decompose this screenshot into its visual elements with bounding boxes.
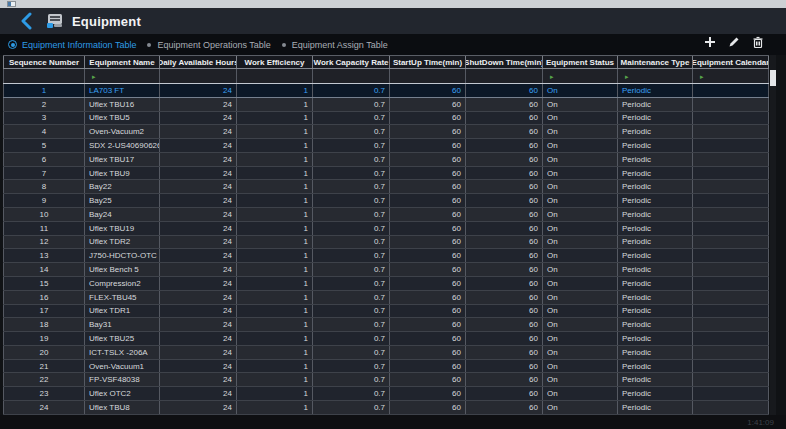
table-row[interactable]: 21Oven-Vacuum12410.76060OnPeriodic bbox=[3, 360, 769, 374]
column-header-work_capacity_rate[interactable]: Work Capacity Rate bbox=[313, 56, 390, 68]
cell-sequence_number: 9 bbox=[3, 194, 85, 207]
cell-startup_time: 60 bbox=[390, 222, 466, 235]
filter-cell-startup_time[interactable] bbox=[390, 69, 466, 83]
cell-daily_available_hours: 24 bbox=[160, 305, 237, 318]
cell-equipment_calendar bbox=[693, 373, 769, 386]
cell-startup_time: 60 bbox=[390, 139, 466, 152]
cell-equipment_status: On bbox=[543, 208, 618, 221]
cell-equipment_name: Uflex TBU25 bbox=[85, 332, 160, 345]
cell-equipment_calendar bbox=[693, 125, 769, 138]
filter-cell-maintenance_type[interactable]: ▸ bbox=[618, 69, 693, 83]
filter-cell-equipment_name[interactable]: ▸ bbox=[85, 69, 160, 83]
cell-shutdown_time: 60 bbox=[466, 360, 543, 373]
column-header-shutdown_time[interactable]: ShutDown Time(min) bbox=[466, 56, 543, 68]
tab-equipment-operations-table[interactable]: Equipment Operations Table bbox=[136, 40, 270, 50]
table-row[interactable]: 2Uflex TBU162410.76060OnPeriodic bbox=[3, 98, 769, 112]
delete-button[interactable] bbox=[751, 35, 764, 48]
cell-work_efficiency: 1 bbox=[237, 112, 313, 125]
table-row[interactable]: 1LA703 FT2410.76060OnPeriodic bbox=[3, 84, 769, 98]
tab-equipment-information-table[interactable]: Equipment Information Table bbox=[0, 40, 136, 50]
cell-equipment_name: Bay22 bbox=[85, 180, 160, 193]
cell-maintenance_type: Periodic bbox=[618, 360, 693, 373]
vertical-scrollbar[interactable] bbox=[770, 55, 776, 415]
cell-daily_available_hours: 24 bbox=[160, 98, 237, 111]
cell-daily_available_hours: 24 bbox=[160, 153, 237, 166]
cell-work_efficiency: 1 bbox=[237, 98, 313, 111]
cell-work_capacity_rate: 0.7 bbox=[313, 277, 390, 290]
filter-cell-sequence_number[interactable] bbox=[3, 69, 85, 83]
cell-daily_available_hours: 24 bbox=[160, 112, 237, 125]
cell-equipment_status: On bbox=[543, 98, 618, 111]
table-row[interactable]: 6Uflex TBU172410.76060OnPeriodic bbox=[3, 153, 769, 167]
table-row[interactable]: 11Uflex TBU192410.76060OnPeriodic bbox=[3, 222, 769, 236]
bullet-icon bbox=[282, 43, 286, 47]
column-header-equipment_name[interactable]: Equipment Name bbox=[85, 56, 160, 68]
filter-cell-work_capacity_rate[interactable] bbox=[313, 69, 390, 83]
column-header-equipment_calendar[interactable]: Equipment Calendar bbox=[693, 56, 769, 68]
table-row[interactable]: 8Bay222410.76060OnPeriodic bbox=[3, 180, 769, 194]
tab-equipment-assign-table[interactable]: Equipment Assign Table bbox=[271, 40, 388, 50]
cell-startup_time: 60 bbox=[390, 360, 466, 373]
cell-work_capacity_rate: 0.7 bbox=[313, 153, 390, 166]
table-row[interactable]: 24Uflex TBU82410.76060OnPeriodic bbox=[3, 401, 769, 415]
filter-cell-daily_available_hours[interactable] bbox=[160, 69, 237, 83]
cell-equipment_calendar bbox=[693, 305, 769, 318]
cell-equipment_calendar bbox=[693, 360, 769, 373]
cell-startup_time: 60 bbox=[390, 84, 466, 97]
filter-cell-work_efficiency[interactable] bbox=[237, 69, 313, 83]
cell-shutdown_time: 60 bbox=[466, 236, 543, 249]
cell-sequence_number: 24 bbox=[3, 401, 85, 414]
filter-cell-equipment_status[interactable]: ▸ bbox=[543, 69, 618, 83]
tab-label: Equipment Operations Table bbox=[157, 40, 270, 50]
table-row[interactable]: 7Uflex TBU92410.76060OnPeriodic bbox=[3, 167, 769, 181]
back-button[interactable] bbox=[19, 11, 35, 31]
table-row[interactable]: 20ICT-TSLX -206A2410.76060OnPeriodic bbox=[3, 346, 769, 360]
cell-work_capacity_rate: 0.7 bbox=[313, 125, 390, 138]
column-header-equipment_status[interactable]: Equipment Status bbox=[543, 56, 618, 68]
cell-work_capacity_rate: 0.7 bbox=[313, 387, 390, 400]
cell-startup_time: 60 bbox=[390, 249, 466, 262]
column-header-daily_available_hours[interactable]: Daily Available Hours bbox=[160, 56, 237, 68]
column-header-sequence_number[interactable]: Sequence Number bbox=[3, 56, 85, 68]
table-row[interactable]: 16FLEX-TBU452410.76060OnPeriodic bbox=[3, 291, 769, 305]
column-header-startup_time[interactable]: StartUp Time(min) bbox=[390, 56, 466, 68]
table-row[interactable]: 5SDX 2-US406906262410.76060OnPeriodic bbox=[3, 139, 769, 153]
table-row[interactable]: 13J750-HDCTO-OTC2410.76060OnPeriodic bbox=[3, 249, 769, 263]
cell-maintenance_type: Periodic bbox=[618, 153, 693, 166]
equipment-machine-icon bbox=[45, 11, 65, 31]
cell-equipment_calendar bbox=[693, 291, 769, 304]
cell-equipment_status: On bbox=[543, 236, 618, 249]
cell-equipment_status: On bbox=[543, 332, 618, 345]
table-row[interactable]: 15Compression22410.76060OnPeriodic bbox=[3, 277, 769, 291]
cell-equipment_name: Uflex OTC2 bbox=[85, 387, 160, 400]
table-row[interactable]: 17Uflex TDR12410.76060OnPeriodic bbox=[3, 305, 769, 319]
table-row[interactable]: 3Uflex TBU52410.76060OnPeriodic bbox=[3, 112, 769, 126]
column-header-work_efficiency[interactable]: Work Efficiency bbox=[237, 56, 313, 68]
table-row[interactable]: 10Bay242410.76060OnPeriodic bbox=[3, 208, 769, 222]
table-row[interactable]: 4Oven-Vacuum22410.76060OnPeriodic bbox=[3, 125, 769, 139]
table-row[interactable]: 9Bay252410.76060OnPeriodic bbox=[3, 194, 769, 208]
scrollbar-thumb[interactable] bbox=[770, 70, 776, 86]
cell-equipment_status: On bbox=[543, 139, 618, 152]
filter-cell-shutdown_time[interactable] bbox=[466, 69, 543, 83]
table-row[interactable]: 12Uflex TDR22410.76060OnPeriodic bbox=[3, 236, 769, 250]
table-row[interactable]: 18Bay312410.76060OnPeriodic bbox=[3, 318, 769, 332]
cell-equipment_status: On bbox=[543, 305, 618, 318]
edit-button[interactable] bbox=[727, 35, 740, 48]
cell-sequence_number: 14 bbox=[3, 263, 85, 276]
column-header-maintenance_type[interactable]: Maintenance Type bbox=[618, 56, 693, 68]
table-row[interactable]: 14Uflex Bench 52410.76060OnPeriodic bbox=[3, 263, 769, 277]
cell-work_efficiency: 1 bbox=[237, 125, 313, 138]
radio-selected-icon bbox=[8, 40, 17, 49]
cell-equipment_name: FP-VSF48038 bbox=[85, 373, 160, 386]
cell-sequence_number: 1 bbox=[3, 84, 85, 97]
table-body: 1LA703 FT2410.76060OnPeriodic2Uflex TBU1… bbox=[3, 84, 775, 415]
table-row[interactable]: 22FP-VSF480382410.76060OnPeriodic bbox=[3, 373, 769, 387]
table-row[interactable]: 23Uflex OTC22410.76060OnPeriodic bbox=[3, 387, 769, 401]
add-button[interactable] bbox=[703, 35, 716, 48]
cell-daily_available_hours: 24 bbox=[160, 208, 237, 221]
cell-work_efficiency: 1 bbox=[237, 249, 313, 262]
filter-cell-equipment_calendar[interactable]: ▸ bbox=[693, 69, 769, 83]
cell-equipment_calendar bbox=[693, 98, 769, 111]
table-row[interactable]: 19Uflex TBU252410.76060OnPeriodic bbox=[3, 332, 769, 346]
